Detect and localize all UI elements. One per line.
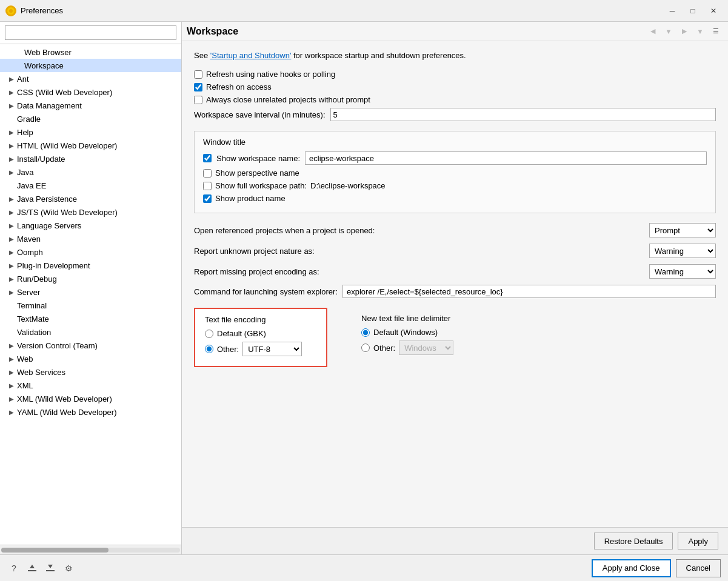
show-workspace-name-label: Show workspace name: <box>216 154 300 163</box>
missing-encoding-label: Report missing project encoding as: <box>194 267 644 276</box>
always-close-checkbox[interactable] <box>194 96 202 104</box>
bottom-bar-icons: ? ⚙ <box>7 562 75 575</box>
sidebar-item-label-language-servers: Language Servers <box>17 221 81 230</box>
settings-icon[interactable]: ⚙ <box>62 562 75 575</box>
line-delimiter-title: New text file line delimiter <box>361 314 475 323</box>
sidebar-item-version-control[interactable]: ▶Version Control (Team) <box>0 339 181 352</box>
refresh-access-checkbox[interactable] <box>194 83 202 91</box>
open-referenced-select[interactable]: Prompt Always Never <box>649 223 716 237</box>
tree-arrow-jsts: ▶ <box>7 208 16 216</box>
tree-arrow-web-services: ▶ <box>7 368 16 376</box>
tree-arrow-web-browser <box>15 48 23 56</box>
sidebar-item-language-servers[interactable]: ▶Language Servers <box>0 219 181 232</box>
cancel-button[interactable]: Cancel <box>676 559 721 577</box>
maximize-button[interactable]: □ <box>683 3 703 19</box>
restore-defaults-button[interactable]: Restore Defaults <box>594 533 673 549</box>
sidebar-item-help[interactable]: ▶Help <box>0 125 181 139</box>
svg-rect-3 <box>28 570 36 571</box>
sidebar-item-label-server: Server <box>17 288 40 297</box>
sidebar-item-label-run-debug: Run/Debug <box>17 274 57 284</box>
show-product-name-checkbox[interactable] <box>203 194 212 203</box>
encoding-section: Text file encoding Default (GBK) Other: … <box>194 308 716 367</box>
sidebar-item-html[interactable]: ▶HTML (Wild Web Developer) <box>0 139 181 152</box>
sidebar-item-workspace[interactable]: Workspace <box>0 59 181 72</box>
apply-button[interactable]: Apply <box>678 533 718 549</box>
app-icon <box>5 5 17 17</box>
close-button[interactable]: ✕ <box>704 3 723 19</box>
sidebar-item-data-management[interactable]: ▶Data Management <box>0 99 181 112</box>
sidebar-item-label-install-update: Install/Update <box>17 154 65 164</box>
sidebar-item-yaml[interactable]: ▶YAML (Wild Web Developer) <box>0 405 181 419</box>
sidebar-item-java[interactable]: ▶Java <box>0 165 181 179</box>
minimize-button[interactable]: ─ <box>663 3 682 19</box>
workspace-name-input[interactable] <box>305 151 707 165</box>
scrollbar-track <box>1 548 180 553</box>
delimiter-default-radio[interactable] <box>361 328 370 337</box>
show-workspace-name-checkbox[interactable] <box>203 154 212 162</box>
sidebar-item-terminal[interactable]: Terminal <box>0 299 181 312</box>
sidebar-item-web-services[interactable]: ▶Web Services <box>0 365 181 379</box>
sidebar-item-gradle[interactable]: Gradle <box>0 112 181 125</box>
info-text-before: See <box>194 51 210 60</box>
refresh-native-row: Refresh using native hooks or polling <box>194 70 716 79</box>
tree-arrow-install-update: ▶ <box>7 154 16 163</box>
sidebar-item-ant[interactable]: ▶Ant <box>0 72 181 85</box>
sidebar-item-css[interactable]: ▶CSS (Wild Web Developer) <box>0 85 181 99</box>
sidebar-item-run-debug[interactable]: ▶Run/Debug <box>0 272 181 285</box>
sidebar-horizontal-scrollbar[interactable] <box>0 545 181 554</box>
unknown-nature-select[interactable]: Warning Error Ignore <box>649 244 716 258</box>
refresh-access-row: Refresh on access <box>194 82 716 91</box>
line-delimiter-box: New text file line delimiter Default (Wi… <box>352 308 485 367</box>
sidebar-item-label-jsts: JS/TS (Wild Web Developer) <box>17 208 118 217</box>
info-paragraph: See 'Startup and Shutdown' for workspace… <box>194 51 716 60</box>
sidebar-item-jsts[interactable]: ▶JS/TS (Wild Web Developer) <box>0 205 181 219</box>
search-input[interactable] <box>5 25 176 40</box>
sidebar-item-maven[interactable]: ▶Maven <box>0 232 181 245</box>
tree-arrow-server: ▶ <box>7 288 16 296</box>
sidebar-item-plugin-development[interactable]: ▶Plug-in Development <box>0 259 181 272</box>
command-input[interactable] <box>342 285 716 298</box>
content-body: See 'Startup and Shutdown' for workspace… <box>182 41 728 527</box>
sidebar-item-validation[interactable]: Validation <box>0 325 181 339</box>
show-perspective-checkbox[interactable] <box>203 169 212 178</box>
sidebar-item-install-update[interactable]: ▶Install/Update <box>0 152 181 165</box>
help-icon[interactable]: ? <box>7 562 21 575</box>
delimiter-other-radio[interactable] <box>361 344 370 352</box>
nav-back-button[interactable]: ◀ <box>646 25 660 38</box>
sidebar-item-xml[interactable]: ▶XML <box>0 379 181 392</box>
refresh-native-checkbox[interactable] <box>194 70 202 79</box>
encoding-other-radio[interactable] <box>205 345 213 353</box>
sidebar-item-java-persistence[interactable]: ▶Java Persistence <box>0 192 181 205</box>
nav-menu-button[interactable]: ☰ <box>709 25 723 38</box>
import-icon[interactable] <box>25 562 39 575</box>
apply-close-button[interactable]: Apply and Close <box>592 559 671 577</box>
encoding-other-radio-row: Other: UTF-8 UTF-16 ISO-8859-1 GBK US-AS… <box>205 342 316 356</box>
interval-input[interactable] <box>330 108 716 121</box>
content-title: Workspace <box>187 26 238 37</box>
sidebar-item-web-browser[interactable]: Web Browser <box>0 45 181 59</box>
sidebar-item-textmate[interactable]: TextMate <box>0 312 181 325</box>
sidebar-item-server[interactable]: ▶Server <box>0 285 181 299</box>
tree-arrow-terminal <box>7 301 16 310</box>
svg-marker-4 <box>30 565 35 568</box>
delimiter-select[interactable]: Windows Unix Mac OS X <box>399 340 453 355</box>
nav-forward-dropdown[interactable]: ▼ <box>693 25 707 38</box>
export-icon[interactable] <box>44 562 57 575</box>
nav-forward-button[interactable]: ▶ <box>677 25 692 38</box>
nav-back-dropdown[interactable]: ▼ <box>661 25 676 38</box>
sidebar-item-label-yaml: YAML (Wild Web Developer) <box>17 408 116 417</box>
sidebar-item-label-java-ee: Java EE <box>17 181 46 190</box>
sidebar-item-web[interactable]: ▶Web <box>0 352 181 365</box>
missing-encoding-select[interactable]: Warning Error Ignore <box>649 264 716 279</box>
startup-shutdown-link[interactable]: 'Startup and Shutdown' <box>210 51 292 60</box>
sidebar-item-java-ee[interactable]: Java EE <box>0 179 181 192</box>
tree-arrow-xml-wild: ▶ <box>7 394 16 403</box>
sidebar-item-oomph[interactable]: ▶Oomph <box>0 245 181 259</box>
command-label: Command for launching system explorer: <box>194 287 338 296</box>
main-container: Web BrowserWorkspace▶Ant▶CSS (Wild Web D… <box>0 22 728 554</box>
sidebar-item-xml-wild[interactable]: ▶XML (Wild Web Developer) <box>0 392 181 405</box>
encoding-default-radio[interactable] <box>205 330 213 338</box>
encoding-select[interactable]: UTF-8 UTF-16 ISO-8859-1 GBK US-ASCII <box>242 342 302 356</box>
tree-arrow-maven: ▶ <box>7 234 16 243</box>
show-full-path-checkbox[interactable] <box>203 182 212 190</box>
